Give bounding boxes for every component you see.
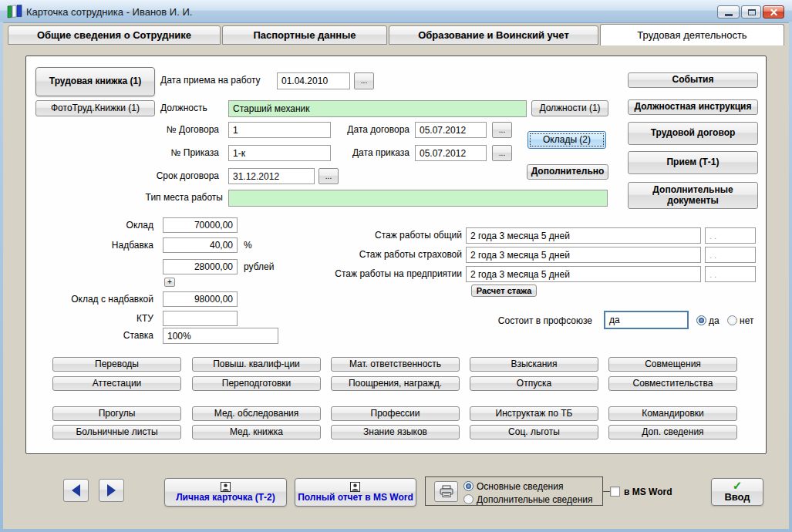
rubles-unit-label: рублей xyxy=(244,261,274,272)
contract-date-label: Дата договора xyxy=(307,124,409,135)
contract-term-field[interactable]: 31.12.2012 xyxy=(228,168,315,184)
position-field[interactable]: Старший механик xyxy=(228,100,527,117)
salary-field[interactable]: 70000,00 xyxy=(163,217,238,233)
hire-date-picker-button[interactable]: ... xyxy=(354,72,374,89)
retraining-button[interactable]: Переподготовки xyxy=(192,376,321,391)
next-record-button[interactable] xyxy=(99,479,124,502)
seniority-insurance-date-field[interactable]: . . xyxy=(705,247,756,263)
bonus-label: Надбавка xyxy=(42,240,153,251)
seniority-calc-button[interactable]: Расчет стажа xyxy=(471,285,537,297)
penalties-button[interactable]: Взыскания xyxy=(470,357,598,372)
word-checkbox-label: в MS Word xyxy=(624,487,672,497)
additional-info-button[interactable]: Доп. сведения xyxy=(608,425,737,439)
enter-button[interactable]: ✓ Ввод xyxy=(711,478,763,506)
tab-labor-activity[interactable]: Трудовая деятельность xyxy=(600,24,784,45)
workplace-type-field[interactable] xyxy=(228,190,608,207)
salary-with-bonus-label: Оклад с надбавкой xyxy=(42,294,153,305)
vacations-button[interactable]: Отпуска xyxy=(470,376,598,391)
seniority-company-date-field[interactable]: . . xyxy=(705,266,756,282)
contract-date-picker-button[interactable]: ... xyxy=(492,122,512,138)
window-title: Карточка сотрудника - Иванов И. И. xyxy=(26,6,192,18)
salaries-button[interactable]: Оклады (2) xyxy=(527,131,606,149)
medical-exams-button[interactable]: Мед. обследования xyxy=(192,406,321,421)
additional-documents-button[interactable]: Дополнительные документы xyxy=(628,182,758,209)
transfers-button[interactable]: Переводы xyxy=(52,357,181,372)
ktu-field[interactable] xyxy=(163,311,238,326)
ktu-label: КТУ xyxy=(42,313,153,324)
qualification-upgrade-button[interactable]: Повыш. квалиф-ции xyxy=(192,357,321,372)
sick-leaves-button[interactable]: Больничные листы xyxy=(52,425,181,439)
photo-work-book-button[interactable]: ФотоТруд.Книжки (1) xyxy=(35,100,155,116)
union-yes-radio[interactable] xyxy=(696,315,706,325)
percent-unit-label: % xyxy=(244,240,252,251)
contract-date-field[interactable]: 05.07.2012 xyxy=(415,122,487,138)
seniority-total-date-field[interactable]: . . xyxy=(705,227,756,244)
tab-general-info[interactable]: Общие сведения о Сотруднике xyxy=(8,25,221,45)
hire-date-label: Дата приема на работу xyxy=(160,75,261,86)
union-field[interactable]: да xyxy=(604,311,689,329)
titlebar: Карточка сотрудника - Иванов И. И. xyxy=(0,0,792,23)
contract-term-label: Срок договора xyxy=(72,170,219,181)
professions-button[interactable]: Профессии xyxy=(331,406,460,421)
hiring-t1-button[interactable]: Прием (Т-1) xyxy=(628,151,758,174)
material-liability-button[interactable]: Мат. ответственность xyxy=(331,357,460,372)
job-instruction-button[interactable]: Должностная инструкция xyxy=(628,99,758,115)
contract-term-picker-button[interactable]: ... xyxy=(318,168,339,184)
events-button[interactable]: События xyxy=(628,72,758,88)
tab-passport-data[interactable]: Паспортные данные xyxy=(222,25,387,45)
maximize-button[interactable] xyxy=(741,5,761,19)
secondary-jobs-button[interactable]: Совместительства xyxy=(608,376,737,391)
additional-button[interactable]: Дополнительно xyxy=(527,164,608,180)
salary-with-bonus-field[interactable]: 98000,00 xyxy=(163,291,238,307)
check-icon: ✓ xyxy=(733,480,743,491)
seniority-company-field[interactable]: 2 года 3 месяца 5 дней xyxy=(466,266,701,282)
seniority-company-label: Стаж работы на предприятии xyxy=(331,268,462,279)
word-report-label: Полный отчет в MS Word xyxy=(298,493,413,503)
work-book-button[interactable]: Трудовая книжка (1) xyxy=(35,67,155,96)
order-no-label: № Приказа xyxy=(72,147,219,158)
union-no-radio[interactable] xyxy=(727,315,737,325)
seniority-total-label: Стаж работы общий xyxy=(331,230,462,241)
rate-field[interactable]: 100% xyxy=(163,328,278,344)
word-checkbox[interactable] xyxy=(610,487,620,497)
union-label: Состоит в профсоюзе xyxy=(474,315,592,326)
awards-button[interactable]: Поощрения, награжд. xyxy=(331,376,460,391)
seniority-total-field[interactable]: 2 года 3 месяца 5 дней xyxy=(466,227,701,244)
order-date-field[interactable]: 05.07.2012 xyxy=(415,145,487,161)
prev-record-button[interactable] xyxy=(63,479,89,502)
group-connector-line xyxy=(603,491,610,492)
labor-contract-button[interactable]: Трудовой договор xyxy=(628,122,758,145)
safety-training-button[interactable]: Инструктаж по ТБ xyxy=(470,406,598,421)
personal-card-button[interactable]: Личная карточка (Т-2) xyxy=(164,478,287,507)
window-frame xyxy=(0,22,3,532)
seniority-insurance-field[interactable]: 2 года 3 месяца 5 дней xyxy=(466,247,701,263)
maximize-icon xyxy=(748,9,756,15)
hire-date-field[interactable]: 01.04.2010 xyxy=(277,72,350,89)
order-date-picker-button[interactable]: ... xyxy=(492,145,512,161)
languages-button[interactable]: Знание языков xyxy=(331,425,460,439)
print-options-group xyxy=(425,476,603,506)
enter-label: Ввод xyxy=(724,492,750,503)
add-bonus-button[interactable]: + xyxy=(164,278,175,287)
position-label: Должность xyxy=(160,103,207,113)
bonus-percent-field[interactable]: 40,00 xyxy=(163,237,238,253)
close-button[interactable] xyxy=(763,5,784,19)
tab-education-military[interactable]: Образование и Воинский учет xyxy=(389,25,598,45)
personal-card-label: Личная карточка (Т-2) xyxy=(176,493,275,503)
business-trips-button[interactable]: Командировки xyxy=(608,406,737,421)
contract-no-label: № Договора xyxy=(72,124,219,135)
combined-positions-button[interactable]: Совмещения xyxy=(608,357,737,372)
bonus-rubles-field[interactable]: 28000,00 xyxy=(163,259,238,274)
window-frame xyxy=(0,529,792,532)
main-panel: Трудовая книжка (1) ФотоТруд.Книжки (1) … xyxy=(25,56,767,454)
word-report-button[interactable]: Полный отчет в MS Word xyxy=(295,478,416,507)
absences-button[interactable]: Прогулы xyxy=(52,406,181,421)
positions-button[interactable]: Должности (1) xyxy=(531,100,608,116)
minimize-button[interactable] xyxy=(717,5,740,19)
medical-book-button[interactable]: Мед. книжка xyxy=(192,425,321,439)
person-card-icon xyxy=(350,482,360,492)
employee-card-window: Карточка сотрудника - Иванов И. И. Общие… xyxy=(0,0,792,532)
attestations-button[interactable]: Аттестации xyxy=(52,376,181,391)
minimize-icon xyxy=(725,14,733,16)
social-benefits-button[interactable]: Соц. льготы xyxy=(470,425,598,439)
